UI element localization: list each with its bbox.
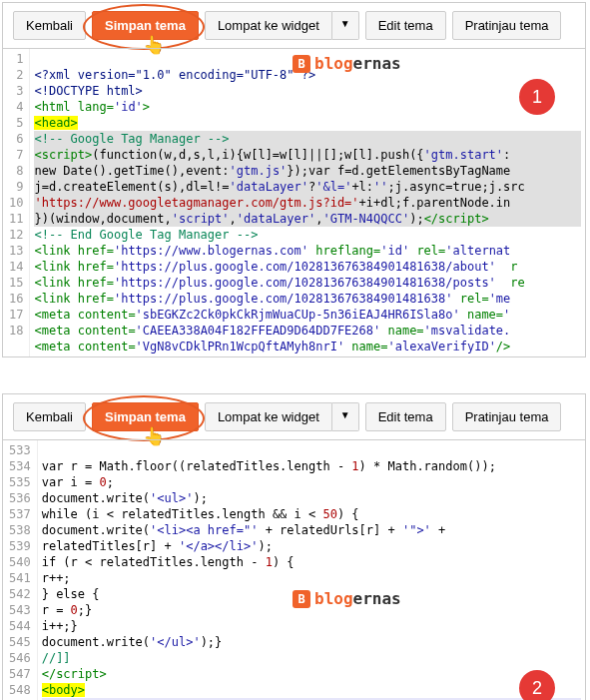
back-button[interactable]: Kembali xyxy=(13,11,86,40)
chevron-down-icon[interactable]: ▼ xyxy=(332,402,359,431)
toolbar: Kembali Simpan tema 👆 Lompat ke widget ▼… xyxy=(3,3,585,48)
back-button[interactable]: Kembali xyxy=(13,402,86,431)
step-badge-1: 1 xyxy=(519,79,555,115)
line-numbers: 123456789101112131415161718 xyxy=(3,49,30,356)
logo-icon: B xyxy=(293,590,310,608)
blogernas-logo: B blogernas xyxy=(293,55,401,73)
line-numbers: 5335345355365375385395405415425435445455… xyxy=(3,440,38,700)
code-lines[interactable]: var r = Math.floor((relatedTitles.length… xyxy=(38,440,585,700)
code-editor-2[interactable]: 5335345355365375385395405415425435445455… xyxy=(3,439,585,700)
logo-icon: B xyxy=(293,55,310,73)
code-lines[interactable]: <?xml version="1.0" encoding="UTF-8" ?> … xyxy=(30,49,585,356)
editor-panel-2: Kembali Simpan tema 👆 Lompat ke widget ▼… xyxy=(2,393,586,700)
jump-widget-button[interactable]: Lompat ke widget xyxy=(205,11,332,40)
preview-theme-button[interactable]: Pratinjau tema xyxy=(452,11,562,40)
edit-theme-button[interactable]: Edit tema xyxy=(365,402,446,431)
step-badge-2: 2 xyxy=(519,670,555,700)
save-theme-button[interactable]: Simpan tema 👆 xyxy=(92,402,199,431)
jump-widget-dropdown[interactable]: Lompat ke widget ▼ xyxy=(205,11,359,40)
toolbar: Kembali Simpan tema 👆 Lompat ke widget ▼… xyxy=(3,394,585,439)
editor-panel-1: Kembali Simpan tema 👆 Lompat ke widget ▼… xyxy=(2,2,586,357)
jump-widget-button[interactable]: Lompat ke widget xyxy=(205,402,332,431)
blogernas-logo: B blogernas xyxy=(293,590,401,608)
edit-theme-button[interactable]: Edit tema xyxy=(365,11,446,40)
preview-theme-button[interactable]: Pratinjau tema xyxy=(452,402,562,431)
save-label: Simpan tema xyxy=(105,18,186,33)
code-editor-1[interactable]: 123456789101112131415161718 <?xml versio… xyxy=(3,48,585,356)
jump-widget-dropdown[interactable]: Lompat ke widget ▼ xyxy=(205,402,359,431)
chevron-down-icon[interactable]: ▼ xyxy=(332,11,359,40)
save-theme-button[interactable]: Simpan tema 👆 xyxy=(92,11,199,40)
save-label: Simpan tema xyxy=(105,409,186,424)
